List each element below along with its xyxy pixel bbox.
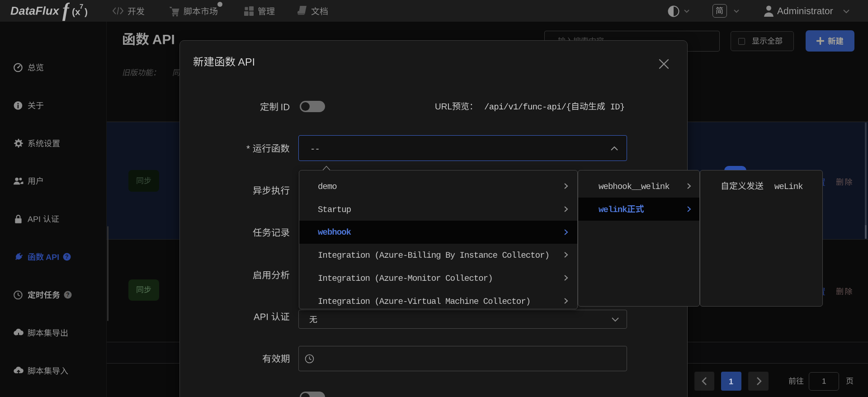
svg-text:?: ? xyxy=(66,292,69,298)
svg-text:?: ? xyxy=(65,254,68,260)
